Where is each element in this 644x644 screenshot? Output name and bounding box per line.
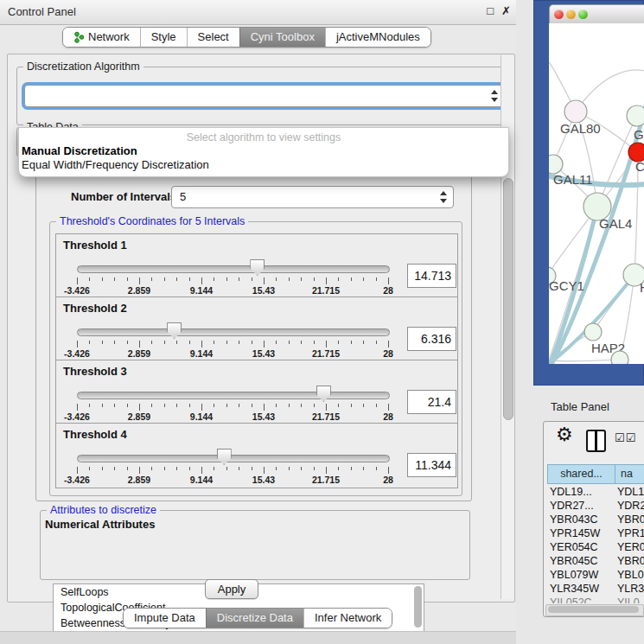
content-scrollbar-thumb[interactable] (503, 178, 513, 420)
tick-mark (338, 277, 339, 281)
tick-mark (114, 467, 115, 470)
table-row[interactable]: YPR145WYPR1 (547, 526, 644, 540)
tick-mark (388, 404, 389, 411)
network-node-hap2[interactable] (584, 323, 602, 341)
network-graph: GAL80GACGAL11GAL4GCY1HHAP2 (549, 23, 644, 364)
dropdown-option-manual-discretization[interactable]: Manual Discretization (22, 144, 137, 157)
apply-button[interactable]: Apply (205, 579, 258, 599)
table-header-shared[interactable]: shared... (547, 464, 615, 484)
tick-mark (189, 277, 190, 281)
network-node-gal80[interactable] (564, 100, 587, 123)
tick-mark (226, 467, 227, 470)
tab-discretize-data[interactable]: Discretize Data (206, 609, 303, 628)
cell-shared-name: YLR345W (550, 582, 599, 596)
close-panel-icon[interactable]: ✗ (501, 4, 511, 17)
tick-mark (214, 277, 214, 281)
network-node-gal11[interactable] (549, 155, 563, 174)
table-row[interactable]: YDR27...YDR2 (547, 499, 644, 513)
zoom-traffic-light[interactable] (578, 10, 588, 19)
threshold-slider-track[interactable] (77, 328, 390, 336)
threshold-slider-handle[interactable] (316, 386, 331, 402)
tick-mark (151, 277, 152, 281)
threshold-row-3: Threshold 3-3.4262.8599.14415.4321.71528… (55, 360, 458, 425)
checkbox-icons[interactable]: ☑☑ (615, 431, 636, 444)
threshold-label: Threshold 2 (63, 302, 127, 315)
table-row[interactable]: YDL19...YDL1 (547, 485, 644, 499)
algorithm-combobox[interactable] (24, 85, 505, 107)
threshold-slider-track[interactable] (77, 392, 390, 399)
tick-mark (214, 467, 214, 470)
threshold-value-field[interactable]: 6.316 (407, 327, 456, 351)
network-node[interactable] (611, 351, 628, 364)
table-hscroll-thumb[interactable] (548, 606, 639, 613)
table-row[interactable]: YBR045CYBR0 (547, 554, 644, 568)
cell-shared-name: YDR27... (550, 499, 594, 513)
node-label: GAL80 (560, 121, 601, 136)
minimize-traffic-light[interactable] (566, 10, 576, 19)
tick-label: -3.426 (64, 285, 90, 296)
tick-mark (77, 277, 78, 284)
tick-mark (189, 341, 190, 344)
tick-mark (164, 341, 165, 344)
threshold-slider-track[interactable] (77, 265, 390, 273)
intervals-value: 5 (180, 187, 186, 207)
float-panel-icon[interactable]: □ (487, 4, 494, 17)
cell-name: YBL0 (617, 568, 644, 582)
threshold-value-field[interactable]: 14.713 (407, 264, 456, 288)
threshold-slider-handle[interactable] (217, 449, 232, 465)
tab-label: Discretize Data (217, 609, 293, 628)
tab-impute-data[interactable]: Impute Data (124, 609, 206, 628)
tick-mark (239, 404, 239, 407)
tick-mark (239, 277, 239, 281)
cell-shared-name: YIL052C (550, 596, 592, 603)
network-tree-icon (73, 31, 84, 43)
tab-style[interactable]: Style (140, 28, 187, 47)
threshold-slider-handle[interactable] (167, 322, 182, 339)
table-row[interactable]: YBL079WYBL0 (547, 568, 644, 582)
network-canvas[interactable]: GAL80GACGAL11GAL4GCY1HHAP2 (549, 23, 644, 364)
cell-name: YPR1 (617, 526, 644, 540)
tick-mark (376, 467, 377, 470)
tick-mark (264, 404, 265, 411)
threshold-value-field[interactable]: 21.4 (407, 390, 456, 414)
tab-select[interactable]: Select (187, 28, 239, 47)
spinner-arrows-icon[interactable] (440, 191, 447, 203)
tick-mark (289, 277, 290, 281)
cell-shared-name: YBR045C (550, 554, 598, 568)
control-panel: Control Panel □ ✗ NetworkStyleSelectCyni… (0, 0, 516, 644)
table-row[interactable]: YIL052CYIL0 (547, 596, 644, 603)
dropdown-option-equal-width[interactable]: Equal Width/Frequency Discretization (22, 158, 209, 171)
threshold-slider-handle[interactable] (250, 259, 265, 276)
network-node-ga[interactable] (627, 105, 644, 126)
tick-mark (388, 277, 389, 284)
tick-mark (164, 467, 165, 470)
cyni-toolbox-content: Discretization Algorithm Table Data galF… (7, 54, 515, 603)
table-horizontal-scrollbar[interactable] (545, 604, 644, 616)
tab-label: jActiveMNodules (336, 28, 420, 47)
threshold-slider-track[interactable] (77, 455, 390, 462)
tick-mark (252, 467, 252, 470)
tick-label: -3.426 (64, 411, 90, 422)
tab-cyni-toolbox[interactable]: Cyni Toolbox (239, 28, 325, 47)
table-row[interactable]: YLR345WYLR3 (547, 582, 644, 596)
table-row[interactable]: YER054CYER0 (547, 540, 644, 554)
tab-infer-network[interactable]: Infer Network (303, 609, 392, 628)
table-row[interactable]: YBR043CYBR0 (547, 513, 644, 526)
tick-mark (164, 404, 165, 407)
tick-label: 9.144 (190, 411, 213, 422)
network-window-titlebar[interactable] (549, 4, 644, 25)
threshold-value-field[interactable]: 11.344 (407, 453, 456, 477)
tick-mark (314, 277, 315, 281)
table-header-name[interactable]: na (615, 464, 644, 484)
tab-network[interactable]: Network (63, 28, 140, 47)
tab-jactivemnodules[interactable]: jActiveMNodules (325, 28, 430, 47)
gear-icon[interactable]: ⚙ (556, 424, 573, 446)
tick-mark (326, 341, 327, 348)
tick-mark (239, 341, 239, 344)
tick-mark (376, 341, 377, 344)
tick-mark (151, 341, 152, 344)
close-traffic-light[interactable] (554, 10, 564, 19)
attributes-list-scrollbar[interactable] (414, 586, 422, 628)
intervals-spinner[interactable]: 5 (171, 186, 454, 208)
column-layout-icon[interactable] (586, 430, 606, 452)
